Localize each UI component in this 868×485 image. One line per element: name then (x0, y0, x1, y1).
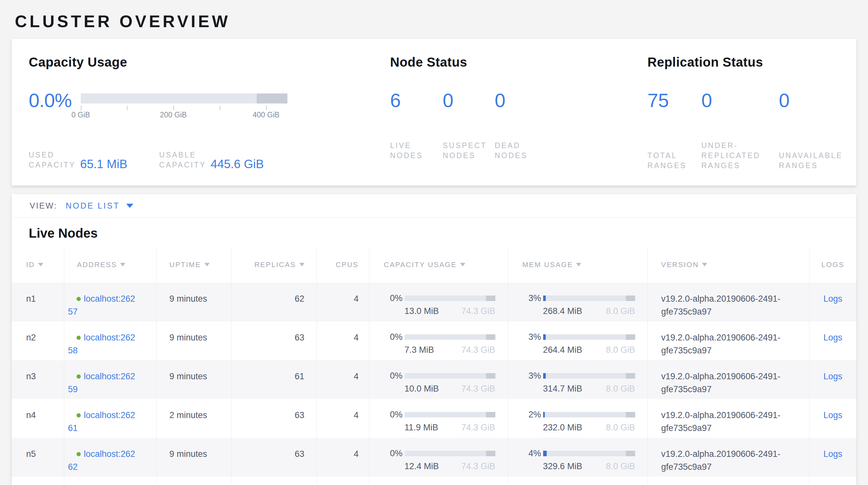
mem-used-value: 329.6 MiB (543, 460, 583, 473)
sort-arrow-icon (576, 263, 581, 266)
table-row: n4 localhost:26261 2 minutes 63 4 0% 11.… (11, 399, 857, 438)
column-header-replicas[interactable]: REPLICAS (231, 247, 316, 283)
mem-usage-cell: 3% 268.4 MiB 8.0 GiB (507, 283, 647, 321)
dead-nodes-label: DEADNODES (495, 141, 528, 161)
replication-status-section: Replication Status 75 0 0 TOTALRANGES UN… (647, 55, 857, 186)
mem-bar-fill (543, 451, 547, 456)
logs-link[interactable]: Logs (824, 449, 842, 459)
capacity-usage-bar (405, 412, 495, 418)
cpus-cell: 4 (316, 360, 369, 399)
capacity-total-value: 74.3 GiB (461, 382, 495, 395)
mem-usage-cell: 3% 314.7 MiB 8.0 GiB (507, 360, 647, 399)
node-address-link[interactable]: localhost:26257 (68, 294, 156, 318)
capacity-percent-label: 0% (384, 292, 403, 305)
node-id-cell: n5 (11, 438, 64, 477)
sort-arrow-icon (299, 263, 305, 266)
capacity-percent-label: 0% (384, 408, 403, 421)
logs-link[interactable]: Logs (824, 294, 842, 304)
mem-percent-label: 3% (523, 331, 541, 343)
partial-table-row (11, 477, 857, 485)
table-row: n3 localhost:26259 9 minutes 61 4 0% 10.… (11, 360, 857, 399)
table-row: n5 localhost:26262 9 minutes 63 4 0% 12.… (11, 438, 857, 477)
node-address-link[interactable]: localhost:26259 (68, 372, 156, 396)
axis-label-0gib: 0 GiB (71, 111, 90, 119)
capacity-usage-cell: 0% 13.0 MiB 74.3 GiB (369, 283, 507, 321)
uptime-cell: 9 minutes (156, 360, 231, 399)
node-address-link[interactable]: localhost:26262 (68, 449, 156, 473)
cpus-cell: 4 (316, 321, 369, 360)
mem-usage-bar (543, 295, 635, 301)
table-body: n1 localhost:26257 9 minutes 62 4 0% 13.… (11, 283, 857, 485)
mem-total-value: 8.0 GiB (606, 305, 635, 317)
replication-status-values: 75 0 0 (647, 90, 857, 111)
mem-total-value: 8.0 GiB (606, 382, 635, 395)
replicas-cell: 63 (231, 399, 316, 438)
replication-status-title: Replication Status (647, 55, 857, 69)
capacity-percent-label: 0% (384, 331, 403, 343)
column-header-capacity-usage[interactable]: CAPACITY USAGE (369, 247, 507, 283)
capacity-percent-label: 0% (384, 369, 403, 382)
usable-capacity-value: 445.6 GiB (211, 159, 264, 170)
column-header-mem-usage[interactable]: MEM USAGE (507, 247, 647, 283)
column-header-uptime[interactable]: UPTIME (156, 247, 231, 283)
axis-label-400gib: 400 GiB (253, 111, 280, 119)
view-selected-option[interactable]: NODE LIST (66, 201, 120, 210)
mem-usage-cell: 4% 329.6 MiB 8.0 GiB (507, 438, 647, 477)
under-replicated-ranges-count: 0 (702, 90, 779, 111)
logs-link[interactable]: Logs (824, 333, 842, 342)
table-row: n1 localhost:26257 9 minutes 62 4 0% 13.… (11, 283, 857, 321)
node-address-link[interactable]: localhost:26261 (68, 410, 156, 434)
node-list-card: VIEW: NODE LIST Live Nodes ID ADDRESS UP… (11, 194, 857, 485)
logs-link[interactable]: Logs (824, 372, 842, 381)
node-id-cell: n4 (11, 399, 64, 438)
live-status-icon (76, 374, 81, 379)
usable-capacity-label: USABLE CAPACITY (159, 150, 206, 170)
column-header-version[interactable]: VERSION (647, 247, 809, 283)
suspect-nodes-count: 0 (443, 90, 495, 111)
mem-total-value: 8.0 GiB (606, 460, 635, 473)
cpus-cell: 4 (316, 399, 369, 438)
cluster-overview-page: CLUSTER OVERVIEW Capacity Usage 0.0% (0, 0, 868, 485)
node-id-cell: n1 (11, 283, 64, 321)
mem-percent-label: 3% (523, 292, 541, 305)
mem-bar-reserved-segment (626, 295, 635, 301)
logs-cell: Logs (809, 360, 857, 399)
sort-arrow-icon (38, 263, 43, 266)
capacity-bar-reserved-segment (486, 412, 495, 418)
mem-usage-cell: 2% 232.0 MiB 8.0 GiB (507, 399, 647, 438)
logs-cell: Logs (809, 399, 857, 438)
uptime-cell: 2 minutes (156, 399, 231, 438)
capacity-bar-track (81, 93, 287, 104)
version-cell: v19.2.0-alpha.20190606-2491-gfe735c9a97 (647, 321, 809, 360)
logs-cell: Logs (809, 438, 857, 477)
capacity-total-value: 74.3 GiB (461, 460, 495, 473)
capacity-usage-cell: 0% 11.9 MiB 74.3 GiB (369, 399, 507, 438)
mem-used-value: 268.4 MiB (543, 305, 583, 317)
mem-bar-fill (543, 373, 546, 379)
node-address-link[interactable]: localhost:26258 (68, 333, 156, 357)
uptime-cell: 9 minutes (156, 283, 231, 321)
mem-percent-label: 2% (523, 408, 541, 421)
replicas-cell: 63 (231, 438, 316, 477)
mem-bar-fill (543, 334, 546, 340)
capacity-percent-label: 0% (384, 447, 403, 460)
column-header-address[interactable]: ADDRESS (64, 247, 156, 283)
capacity-bar-reserved-segment (486, 295, 495, 301)
mem-usage-cell: 3% 264.4 MiB 8.0 GiB (507, 321, 647, 360)
logs-link[interactable]: Logs (824, 410, 842, 420)
node-status-labels: LIVENODES SUSPECTNODES DEADNODES (390, 141, 647, 161)
capacity-total-value: 74.3 GiB (461, 305, 495, 317)
capacity-usage-bar (405, 295, 495, 301)
capacity-used-value: 7.3 MiB (405, 343, 434, 356)
column-header-id[interactable]: ID (11, 247, 64, 283)
logs-cell: Logs (809, 283, 857, 321)
view-selector[interactable]: NODE LIST (66, 201, 133, 210)
mem-usage-bar (543, 373, 635, 379)
view-bar: VIEW: NODE LIST (11, 194, 857, 218)
live-nodes-title: Live Nodes (29, 226, 857, 247)
cpus-cell: 4 (316, 438, 369, 477)
capacity-used-value: 13.0 MiB (405, 305, 439, 317)
used-capacity-label: USED CAPACITY (29, 150, 75, 170)
suspect-nodes-label: SUSPECTNODES (443, 141, 495, 161)
capacity-bar-reserved-segment (257, 93, 287, 104)
